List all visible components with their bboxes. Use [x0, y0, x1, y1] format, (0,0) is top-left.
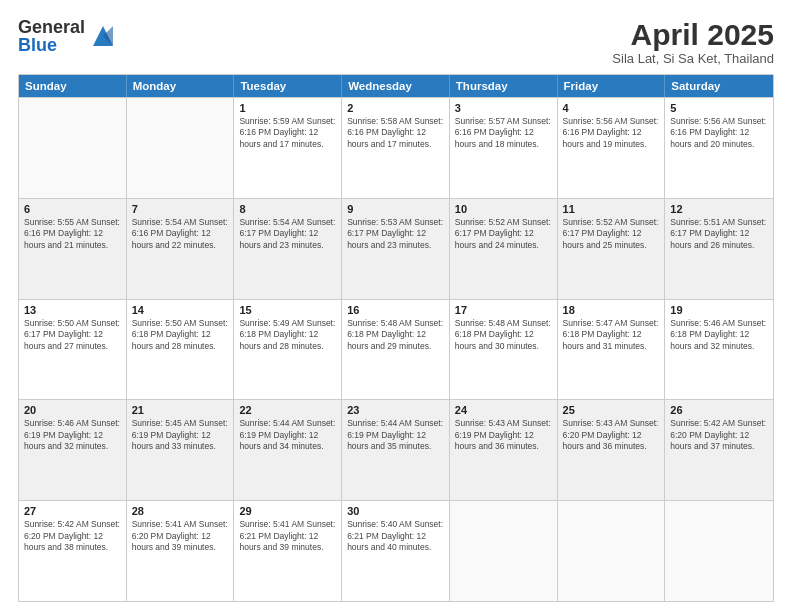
cal-cell-4-0: 27Sunrise: 5:42 AM Sunset: 6:20 PM Dayli…: [19, 501, 127, 601]
cal-cell-3-6: 26Sunrise: 5:42 AM Sunset: 6:20 PM Dayli…: [665, 400, 773, 500]
cal-cell-1-4: 10Sunrise: 5:52 AM Sunset: 6:17 PM Dayli…: [450, 199, 558, 299]
day-number: 7: [132, 203, 229, 215]
cal-cell-4-3: 30Sunrise: 5:40 AM Sunset: 6:21 PM Dayli…: [342, 501, 450, 601]
day-number: 26: [670, 404, 768, 416]
day-info: Sunrise: 5:43 AM Sunset: 6:19 PM Dayligh…: [455, 418, 552, 452]
day-number: 6: [24, 203, 121, 215]
cal-cell-2-3: 16Sunrise: 5:48 AM Sunset: 6:18 PM Dayli…: [342, 300, 450, 400]
day-info: Sunrise: 5:49 AM Sunset: 6:18 PM Dayligh…: [239, 318, 336, 352]
cal-cell-3-1: 21Sunrise: 5:45 AM Sunset: 6:19 PM Dayli…: [127, 400, 235, 500]
day-number: 1: [239, 102, 336, 114]
day-info: Sunrise: 5:41 AM Sunset: 6:21 PM Dayligh…: [239, 519, 336, 553]
cal-cell-4-6: [665, 501, 773, 601]
day-number: 27: [24, 505, 121, 517]
logo-text: General Blue: [18, 18, 85, 54]
day-number: 30: [347, 505, 444, 517]
cal-cell-1-1: 7Sunrise: 5:54 AM Sunset: 6:16 PM Daylig…: [127, 199, 235, 299]
cal-cell-2-2: 15Sunrise: 5:49 AM Sunset: 6:18 PM Dayli…: [234, 300, 342, 400]
cal-cell-0-6: 5Sunrise: 5:56 AM Sunset: 6:16 PM Daylig…: [665, 98, 773, 198]
cal-cell-3-4: 24Sunrise: 5:43 AM Sunset: 6:19 PM Dayli…: [450, 400, 558, 500]
cal-cell-0-4: 3Sunrise: 5:57 AM Sunset: 6:16 PM Daylig…: [450, 98, 558, 198]
day-info: Sunrise: 5:50 AM Sunset: 6:18 PM Dayligh…: [132, 318, 229, 352]
day-number: 13: [24, 304, 121, 316]
calendar-body: 1Sunrise: 5:59 AM Sunset: 6:16 PM Daylig…: [19, 97, 773, 601]
cal-cell-3-0: 20Sunrise: 5:46 AM Sunset: 6:19 PM Dayli…: [19, 400, 127, 500]
day-info: Sunrise: 5:52 AM Sunset: 6:17 PM Dayligh…: [563, 217, 660, 251]
cal-cell-0-2: 1Sunrise: 5:59 AM Sunset: 6:16 PM Daylig…: [234, 98, 342, 198]
cal-cell-0-5: 4Sunrise: 5:56 AM Sunset: 6:16 PM Daylig…: [558, 98, 666, 198]
day-info: Sunrise: 5:54 AM Sunset: 6:16 PM Dayligh…: [132, 217, 229, 251]
header-sunday: Sunday: [19, 75, 127, 97]
day-number: 24: [455, 404, 552, 416]
header-thursday: Thursday: [450, 75, 558, 97]
header-saturday: Saturday: [665, 75, 773, 97]
day-number: 23: [347, 404, 444, 416]
day-number: 17: [455, 304, 552, 316]
cal-cell-2-1: 14Sunrise: 5:50 AM Sunset: 6:18 PM Dayli…: [127, 300, 235, 400]
day-number: 25: [563, 404, 660, 416]
day-number: 9: [347, 203, 444, 215]
day-number: 14: [132, 304, 229, 316]
day-number: 11: [563, 203, 660, 215]
logo: General Blue: [18, 18, 117, 54]
header-friday: Friday: [558, 75, 666, 97]
day-number: 21: [132, 404, 229, 416]
cal-cell-3-3: 23Sunrise: 5:44 AM Sunset: 6:19 PM Dayli…: [342, 400, 450, 500]
cal-cell-2-6: 19Sunrise: 5:46 AM Sunset: 6:18 PM Dayli…: [665, 300, 773, 400]
cal-cell-4-2: 29Sunrise: 5:41 AM Sunset: 6:21 PM Dayli…: [234, 501, 342, 601]
day-number: 5: [670, 102, 768, 114]
cal-row-3: 20Sunrise: 5:46 AM Sunset: 6:19 PM Dayli…: [19, 399, 773, 500]
cal-row-0: 1Sunrise: 5:59 AM Sunset: 6:16 PM Daylig…: [19, 97, 773, 198]
cal-cell-4-5: [558, 501, 666, 601]
day-info: Sunrise: 5:54 AM Sunset: 6:17 PM Dayligh…: [239, 217, 336, 251]
cal-cell-1-6: 12Sunrise: 5:51 AM Sunset: 6:17 PM Dayli…: [665, 199, 773, 299]
day-info: Sunrise: 5:51 AM Sunset: 6:17 PM Dayligh…: [670, 217, 768, 251]
day-number: 22: [239, 404, 336, 416]
day-number: 28: [132, 505, 229, 517]
day-info: Sunrise: 5:58 AM Sunset: 6:16 PM Dayligh…: [347, 116, 444, 150]
day-info: Sunrise: 5:41 AM Sunset: 6:20 PM Dayligh…: [132, 519, 229, 553]
day-info: Sunrise: 5:48 AM Sunset: 6:18 PM Dayligh…: [455, 318, 552, 352]
cal-cell-2-4: 17Sunrise: 5:48 AM Sunset: 6:18 PM Dayli…: [450, 300, 558, 400]
cal-row-4: 27Sunrise: 5:42 AM Sunset: 6:20 PM Dayli…: [19, 500, 773, 601]
day-number: 3: [455, 102, 552, 114]
day-info: Sunrise: 5:43 AM Sunset: 6:20 PM Dayligh…: [563, 418, 660, 452]
cal-cell-3-5: 25Sunrise: 5:43 AM Sunset: 6:20 PM Dayli…: [558, 400, 666, 500]
day-number: 8: [239, 203, 336, 215]
logo-general: General: [18, 18, 85, 36]
day-info: Sunrise: 5:47 AM Sunset: 6:18 PM Dayligh…: [563, 318, 660, 352]
day-info: Sunrise: 5:57 AM Sunset: 6:16 PM Dayligh…: [455, 116, 552, 150]
cal-row-2: 13Sunrise: 5:50 AM Sunset: 6:17 PM Dayli…: [19, 299, 773, 400]
day-info: Sunrise: 5:56 AM Sunset: 6:16 PM Dayligh…: [670, 116, 768, 150]
day-info: Sunrise: 5:53 AM Sunset: 6:17 PM Dayligh…: [347, 217, 444, 251]
day-number: 29: [239, 505, 336, 517]
cal-row-1: 6Sunrise: 5:55 AM Sunset: 6:16 PM Daylig…: [19, 198, 773, 299]
page: General Blue April 2025 Sila Lat, Si Sa …: [0, 0, 792, 612]
header-wednesday: Wednesday: [342, 75, 450, 97]
day-info: Sunrise: 5:46 AM Sunset: 6:18 PM Dayligh…: [670, 318, 768, 352]
cal-cell-3-2: 22Sunrise: 5:44 AM Sunset: 6:19 PM Dayli…: [234, 400, 342, 500]
title-block: April 2025 Sila Lat, Si Sa Ket, Thailand: [612, 18, 774, 66]
day-info: Sunrise: 5:42 AM Sunset: 6:20 PM Dayligh…: [670, 418, 768, 452]
header-monday: Monday: [127, 75, 235, 97]
day-info: Sunrise: 5:48 AM Sunset: 6:18 PM Dayligh…: [347, 318, 444, 352]
cal-cell-1-5: 11Sunrise: 5:52 AM Sunset: 6:17 PM Dayli…: [558, 199, 666, 299]
cal-cell-1-2: 8Sunrise: 5:54 AM Sunset: 6:17 PM Daylig…: [234, 199, 342, 299]
day-info: Sunrise: 5:56 AM Sunset: 6:16 PM Dayligh…: [563, 116, 660, 150]
day-info: Sunrise: 5:46 AM Sunset: 6:19 PM Dayligh…: [24, 418, 121, 452]
day-number: 2: [347, 102, 444, 114]
cal-cell-2-0: 13Sunrise: 5:50 AM Sunset: 6:17 PM Dayli…: [19, 300, 127, 400]
cal-cell-0-3: 2Sunrise: 5:58 AM Sunset: 6:16 PM Daylig…: [342, 98, 450, 198]
day-number: 16: [347, 304, 444, 316]
day-info: Sunrise: 5:45 AM Sunset: 6:19 PM Dayligh…: [132, 418, 229, 452]
day-info: Sunrise: 5:44 AM Sunset: 6:19 PM Dayligh…: [239, 418, 336, 452]
cal-cell-1-0: 6Sunrise: 5:55 AM Sunset: 6:16 PM Daylig…: [19, 199, 127, 299]
logo-icon: [89, 22, 117, 50]
day-number: 10: [455, 203, 552, 215]
day-info: Sunrise: 5:52 AM Sunset: 6:17 PM Dayligh…: [455, 217, 552, 251]
cal-cell-4-1: 28Sunrise: 5:41 AM Sunset: 6:20 PM Dayli…: [127, 501, 235, 601]
title-month: April 2025: [612, 18, 774, 51]
day-info: Sunrise: 5:42 AM Sunset: 6:20 PM Dayligh…: [24, 519, 121, 553]
day-number: 20: [24, 404, 121, 416]
day-number: 19: [670, 304, 768, 316]
